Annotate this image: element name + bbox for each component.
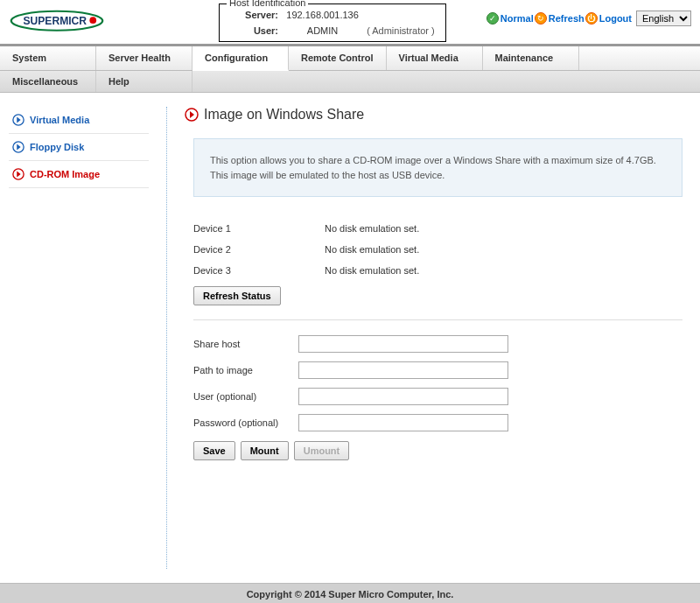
user-role: ( Administrator ) xyxy=(367,25,435,36)
status-normal: ✓ Normal xyxy=(486,12,534,25)
nav-maintenance[interactable]: Maintenance xyxy=(483,46,579,70)
arrow-right-icon xyxy=(12,114,24,126)
device-row: Device 2 No disk emulation set. xyxy=(193,239,682,260)
user-label: User: xyxy=(230,25,278,36)
sidebar-item-virtual-media[interactable]: Virtual Media xyxy=(9,107,149,134)
device-status: No disk emulation set. xyxy=(325,265,419,276)
nav-virtual-media[interactable]: Virtual Media xyxy=(387,46,483,70)
nav-system[interactable]: System xyxy=(0,46,96,70)
host-identification-box: Host Identification Server: 192.168.001.… xyxy=(219,4,446,42)
logout-link[interactable]: ⏻ Logout xyxy=(585,12,632,25)
device-row: Device 1 No disk emulation set. xyxy=(193,218,682,239)
refresh-status-button[interactable]: Refresh Status xyxy=(193,286,281,305)
sidebar: Virtual Media Floppy Disk CD-ROM Image xyxy=(9,107,149,569)
umount-button[interactable]: Umount xyxy=(294,441,350,460)
sidebar-item-label: CD-ROM Image xyxy=(30,169,100,179)
sub-nav: Miscellaneous Help xyxy=(0,71,700,93)
sidebar-item-label: Floppy Disk xyxy=(30,142,84,152)
device-row: Device 3 No disk emulation set. xyxy=(193,260,682,281)
arrow-right-icon xyxy=(12,168,24,180)
password-label: Password (optional) xyxy=(193,417,298,428)
logo: SUPERMICR xyxy=(9,9,114,36)
device-status: No disk emulation set. xyxy=(325,223,419,234)
path-to-image-label: Path to image xyxy=(193,365,298,375)
server-label: Server: xyxy=(230,10,278,20)
save-button[interactable]: Save xyxy=(193,441,235,460)
footer-copyright: Copyright © 2014 Super Micro Computer, I… xyxy=(0,583,700,603)
check-icon: ✓ xyxy=(486,12,499,25)
nav-remote-control[interactable]: Remote Control xyxy=(289,46,387,70)
page-title: Image on Windows Share xyxy=(185,107,691,123)
share-host-label: Share host xyxy=(193,339,298,349)
info-box: This option allows you to share a CD-ROM… xyxy=(193,138,682,197)
refresh-link[interactable]: ↻ Refresh xyxy=(535,12,584,25)
nav-miscellaneous[interactable]: Miscellaneous xyxy=(0,71,96,92)
arrow-right-icon xyxy=(185,108,199,122)
device-label: Device 2 xyxy=(193,244,325,255)
svg-point-2 xyxy=(89,17,96,24)
nav-configuration[interactable]: Configuration xyxy=(192,46,289,71)
sidebar-item-cdrom-image[interactable]: CD-ROM Image xyxy=(9,161,149,188)
logout-icon: ⏻ xyxy=(585,12,598,25)
language-select[interactable]: English xyxy=(636,11,691,26)
sidebar-item-label: Virtual Media xyxy=(30,115,89,125)
svg-text:SUPERMICR: SUPERMICR xyxy=(23,15,87,27)
arrow-right-icon xyxy=(12,141,24,153)
server-value: 192.168.001.136 xyxy=(281,10,364,20)
host-id-title: Host Identification xyxy=(227,0,308,8)
device-status: No disk emulation set. xyxy=(325,244,419,255)
mount-button[interactable]: Mount xyxy=(241,441,289,460)
nav-server-health[interactable]: Server Health xyxy=(96,46,192,70)
user-label: User (optional) xyxy=(193,391,298,402)
device-label: Device 3 xyxy=(193,265,325,276)
nav-help[interactable]: Help xyxy=(96,71,192,92)
sidebar-item-floppy-disk[interactable]: Floppy Disk xyxy=(9,134,149,161)
refresh-icon: ↻ xyxy=(535,12,547,25)
share-host-input[interactable] xyxy=(298,335,508,353)
device-label: Device 1 xyxy=(193,223,325,234)
path-to-image-input[interactable] xyxy=(298,361,508,379)
main-nav: System Server Health Configuration Remot… xyxy=(0,46,700,71)
password-input[interactable] xyxy=(298,414,508,431)
user-value: ADMIN xyxy=(281,25,364,36)
user-input[interactable] xyxy=(298,388,508,405)
